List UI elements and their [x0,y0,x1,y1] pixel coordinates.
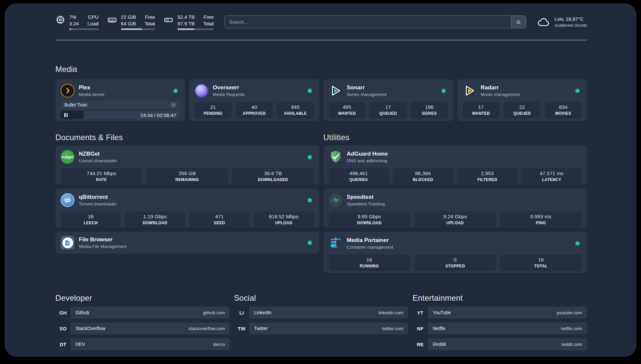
bookmark-github[interactable]: GH Github github.com [55,307,230,318]
bookmark-url: stackoverflow.com [188,326,225,331]
app-card-nzbget[interactable]: nzbget NZBGet Usenet downloader 744.21 M… [55,145,319,184]
cpu-stat-body: 7% 3.24 CPU Load [69,14,99,30]
app-titles: Sonarr Series management [347,84,387,97]
storage-progress-bar [177,28,214,30]
total-label: Total [203,20,214,27]
qbittorrent-icon: qb [61,193,75,207]
cpu-values: 7% 3.24 [69,14,79,27]
bookmark-stackoverflow[interactable]: SO StackOverflow stackoverflow.com [55,322,230,334]
section-title-entertainment: Entertainment [412,293,587,303]
media-card-grid: Plex Media server Bullet Train 24:44 / 0… [55,79,587,121]
stat-tile: 1.19 Gbps DOWNLOAD [125,211,185,228]
bookmark-twitter[interactable]: TW Twitter twitter.com [234,322,409,334]
stat-tile: 485 WANTED [329,102,366,118]
app-description: Series management [347,92,387,97]
stat-tile: 16 LEECH [61,211,121,228]
stat-tile: 9.24 Gbps UPLOAD [414,211,496,228]
stat-label: DOWNLOAD [126,221,184,225]
app-name: AdGuard Home [347,151,388,157]
cloud-icon [537,15,551,29]
app-card-plex[interactable]: Plex Media server Bullet Train 24:44 / 0… [55,79,185,121]
memory-icon [107,15,117,25]
app-card-filebrowser[interactable]: File Browser Media File Management [55,232,319,254]
app-card-portainer[interactable]: Media Portainer Container management 16 … [323,232,587,273]
storage-stat-body: 52.4 TB 97.9 TB Free Total [177,14,214,30]
stat-tile: 196 SERIES [411,102,448,118]
total-label: Total [144,20,155,27]
stat-label: MOVIES [546,111,580,116]
stat-tile: 21 PENDING [195,102,231,118]
bookmark-reddit[interactable]: RE Reddit reddit.com [412,338,587,350]
app-titles: Plex Media server [79,84,105,97]
stat-value: 834 [546,104,580,110]
memory-labels: Free Total [144,14,155,27]
app-card-adguard[interactable]: AdGuard Home DNS and adblocking 498,461 … [323,145,587,184]
camera-icon[interactable] [171,102,176,107]
app-card-qbittorrent[interactable]: qb qBittorrent Torrent downloader 16 LEE… [55,189,319,228]
stat-label: APPROVED [237,111,271,116]
stat-label: PING [502,221,580,225]
app-name: File Browser [79,236,127,243]
stat-tile: 266 GB REMAINING [146,168,228,185]
stat-tile: 0.993 ms PING [500,211,582,228]
stat-label: REMAINING [148,177,227,182]
stat-value: 40 [237,104,271,110]
playback-time: 24:44 / 02:06:47 [140,112,176,118]
stat-tile: 40 APPROVED [236,102,273,118]
memory-progress-bar [121,28,155,30]
memory-free-value: 22 GiB [121,14,136,20]
stat-label: LATENCY [523,177,580,182]
pause-button[interactable] [64,113,68,117]
bookmark-url: netflix.com [561,326,582,331]
bookmark-url: twitter.com [382,326,404,331]
app-description: Movie management [481,92,520,97]
app-titles: Speedtest Speedtest Tracking [347,194,385,206]
app-name: Plex [79,84,105,91]
stat-value: 0 [416,257,495,263]
stat-label: LEECH [62,221,119,225]
now-playing-title: Bullet Train [64,102,171,107]
now-playing-row: Bullet Train [61,101,180,109]
bookmark-dev[interactable]: DT DEV dev.to [55,338,230,350]
app-description: Torrent downloader [79,201,117,206]
app-card-overseerr[interactable]: Overseerr Media Requests 21 PENDING 40 A… [189,79,319,121]
app-description: Usenet downloader [79,158,117,163]
app-card-sonarr[interactable]: Sonarr Series management 485 WANTED 17 Q… [323,79,453,121]
utilities-column: Utilities AdGuard Home [323,133,587,273]
status-dot [308,155,312,159]
bookmark-url: github.com [203,310,225,315]
memory-values: 22 GiB 64 GiB [121,14,136,27]
app-description: Media Requests [213,92,245,97]
stat-label: TOTAL [502,264,580,268]
stat-label: SEED [191,221,248,225]
search-engine-button[interactable]: G [511,16,526,28]
portainer-icon [329,236,343,250]
app-card-radarr[interactable]: Radarr Movie management 17 WANTED 22 QUE… [457,79,587,121]
stat-tile: 945 AVAILABLE [277,102,314,118]
stat-value: 498,461 [330,170,387,176]
nzbget-icon-text: nzbget [62,155,73,159]
app-name: Radarr [481,84,520,91]
app-titles: Overseerr Media Requests [213,84,245,97]
stat-value: 9.24 Gbps [416,214,495,220]
stat-tile: 17 QUEUED [370,102,407,118]
app-card-speedtest[interactable]: Speedtest Speedtest Tracking 9.65 Gbps D… [323,189,587,228]
weather-text: Lviv, 16.87°C scattered clouds [555,16,587,28]
stat-label: DOWNLOAD [330,221,409,225]
bookmark-netflix[interactable]: NF Netflix netflix.com [412,322,587,334]
bookmark-youtube[interactable]: YT YouTube youtube.com [412,307,587,318]
storage-labels: Free Total [203,14,214,27]
weather-widget: Lviv, 16.87°C scattered clouds [537,15,587,29]
bookmark-linkedin[interactable]: LI LinkedIn linkedin.com [234,307,409,318]
memory-stat-body: 22 GiB 64 GiB Free Total [121,14,155,30]
stat-value: 39.6 TB [233,170,312,176]
bookmark-abbr: NF [412,322,428,334]
app-description: Media File Management [79,244,127,249]
playback-progress[interactable]: 24:44 / 02:06:47 [61,111,180,119]
section-title-utilities: Utilities [323,133,587,142]
app-titles: AdGuard Home DNS and adblocking [347,151,388,163]
bookmark-abbr: RE [412,338,428,350]
weather-condition: scattered clouds [555,23,587,28]
stat-value: 17 [464,104,498,110]
search-input[interactable] [225,16,511,28]
